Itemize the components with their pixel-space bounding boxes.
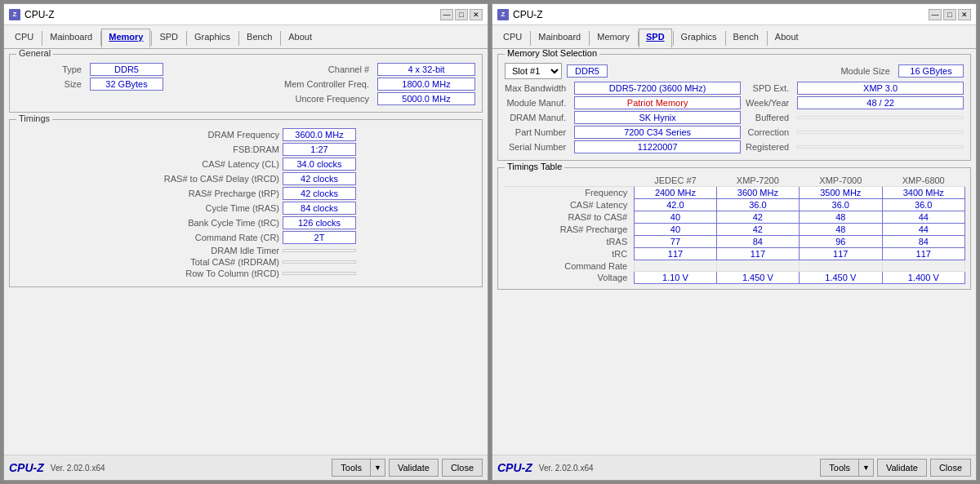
timing-row: DRAM Frequency3600.0 MHz — [16, 128, 475, 141]
timing-row-label: Command Rate (CR) — [136, 233, 283, 242]
table-cell-label: Voltage — [503, 272, 635, 284]
title-bar-left-1: Z CPU-Z — [9, 9, 55, 20]
timing-row-value: 42 clocks — [283, 187, 356, 200]
module-manuf-value: Patriot Memory — [574, 96, 741, 109]
timing-row-label: Row To Column (tRCD) — [136, 269, 283, 278]
minimize-button-2[interactable]: — — [929, 9, 942, 20]
tab-bench-2[interactable]: Bench — [726, 29, 766, 48]
table-cell-value — [800, 260, 882, 272]
timing-row-label: Total CAS# (tRDRAM) — [136, 257, 283, 267]
tools-btn-group-1: Tools ▼ — [332, 459, 385, 477]
timing-row: Row To Column (tRCD) — [16, 269, 475, 278]
table-cell-value: 48 — [800, 211, 882, 224]
tab-about-2[interactable]: About — [768, 29, 806, 48]
validate-button-1[interactable]: Validate — [389, 459, 439, 477]
window-title-1: CPU-Z — [24, 9, 55, 20]
table-cell-value: 36.0 — [716, 199, 799, 211]
timing-row: Cycle Time (tRAS)84 clocks — [16, 202, 475, 215]
tools-button-2[interactable]: Tools — [820, 459, 858, 477]
tab-about-1[interactable]: About — [281, 29, 319, 48]
close-footer-button-2[interactable]: Close — [930, 459, 971, 477]
module-size-value: 16 GBytes — [898, 64, 964, 78]
table-cell-value: 40 — [635, 224, 716, 236]
tab-graphics-2[interactable]: Graphics — [674, 29, 724, 48]
part-number-label: Part Number — [505, 127, 569, 137]
table-cell-value: 1.10 V — [635, 272, 716, 284]
window-memory: Z CPU-Z — □ ✕ CPU Mainboard Memory SPD G… — [3, 3, 488, 481]
close-button-2[interactable]: ✕ — [958, 9, 971, 20]
table-cell-label: Frequency — [503, 187, 635, 199]
timings-table-label: Timings Table — [505, 162, 564, 171]
table-header-row: JEDEC #7 XMP-7200 XMP-7000 XMP-6800 — [503, 175, 965, 187]
title-bar-2: Z CPU-Z — □ ✕ — [492, 4, 976, 25]
table-cell-value — [882, 260, 964, 272]
timings-label: Timings — [16, 113, 52, 123]
footer-logo-2: CPU-Z — [497, 461, 532, 474]
tab-memory-2[interactable]: Memory — [590, 29, 637, 48]
general-group: General Type DDR5 Channel # 4 x 32-bit S… — [9, 54, 483, 113]
size-value: 32 GBytes — [90, 78, 163, 91]
th-xmp6800: XMP-6800 — [882, 175, 964, 187]
tab-spd-2[interactable]: SPD — [639, 29, 672, 48]
uncore-value: 5000.0 MHz — [377, 92, 475, 105]
window-title-2: CPU-Z — [513, 9, 543, 20]
timing-row-value — [283, 260, 356, 264]
buffered-value — [797, 116, 964, 119]
validate-button-2[interactable]: Validate — [877, 459, 927, 477]
timing-row-value: 84 clocks — [283, 202, 356, 215]
tools-arrow-2[interactable]: ▼ — [858, 459, 874, 477]
timing-row: RAS# Precharge (tRP)42 clocks — [16, 187, 475, 200]
tab-bench-1[interactable]: Bench — [239, 29, 279, 48]
title-bar-left-2: Z CPU-Z — [497, 9, 543, 20]
table-cell-value: 1.450 V — [716, 272, 799, 284]
table-cell-value: 44 — [882, 224, 964, 236]
part-number-value: 7200 C34 Series — [574, 126, 741, 139]
dram-manuf-label: DRAM Manuf. — [505, 113, 569, 122]
close-button-1[interactable]: ✕ — [470, 9, 483, 20]
memctrl-value: 1800.0 MHz — [377, 78, 475, 91]
slot-dropdown[interactable]: Slot #1 — [505, 63, 562, 79]
channel-value: 4 x 32-bit — [377, 63, 475, 76]
minimize-button-1[interactable]: — — [440, 9, 453, 20]
timing-row: CAS# Latency (CL)34.0 clocks — [16, 158, 475, 171]
spd-ext-value: XMP 3.0 — [797, 82, 964, 95]
maximize-button-1[interactable]: □ — [455, 9, 468, 20]
tools-arrow-1[interactable]: ▼ — [370, 459, 385, 477]
serial-number-value: 11220007 — [574, 140, 741, 153]
table-cell-value: 117 — [882, 248, 964, 260]
max-bw-value: DDR5-7200 (3600 MHz) — [574, 82, 741, 95]
title-bar-1: Z CPU-Z — □ ✕ — [4, 4, 488, 25]
tab-mainboard-2[interactable]: Mainboard — [531, 29, 588, 48]
table-cell-value: 3600 MHz — [716, 187, 799, 199]
timing-row-value — [283, 272, 356, 275]
table-cell-value: 48 — [800, 224, 882, 236]
timing-row: FSB:DRAM1:27 — [16, 143, 475, 156]
timing-row-label: DRAM Idle Timer — [136, 246, 283, 255]
tab-graphics-1[interactable]: Graphics — [187, 29, 238, 48]
table-cell-value: 1.400 V — [882, 272, 964, 284]
table-cell-value: 44 — [882, 211, 964, 224]
th-xmp7000: XMP-7000 — [800, 175, 882, 187]
table-cell-label: RAS# to CAS# — [503, 211, 635, 224]
tab-mainboard-1[interactable]: Mainboard — [42, 29, 100, 48]
table-row: tRC117117117117 — [503, 248, 965, 260]
timing-row-value: 3600.0 MHz — [283, 128, 356, 141]
slot-selection-group: Memory Slot Selection Slot #1 DDR5 Modul… — [497, 54, 971, 161]
buffered-label: Buffered — [746, 113, 792, 122]
size-label: Size — [16, 79, 82, 89]
table-cell-value: 42 — [716, 224, 799, 236]
tab-cpu-1[interactable]: CPU — [7, 29, 41, 48]
week-year-value: 48 / 22 — [797, 96, 964, 109]
table-cell-label: RAS# Precharge — [503, 224, 635, 236]
tab-memory-1[interactable]: Memory — [101, 29, 150, 48]
close-footer-button-1[interactable]: Close — [442, 459, 483, 477]
tab-spd-1[interactable]: SPD — [152, 29, 185, 48]
tab-cpu-2[interactable]: CPU — [496, 29, 529, 48]
registered-label: Registered — [746, 142, 792, 152]
tools-button-1[interactable]: Tools — [332, 459, 370, 477]
uncore-label: Uncore Frequency — [284, 94, 369, 104]
maximize-button-2[interactable]: □ — [943, 9, 956, 20]
table-cell-value: 117 — [635, 248, 716, 260]
app-icon-1: Z — [9, 9, 20, 20]
timing-row-label: RAS# to CAS# Delay (tRCD) — [136, 174, 283, 184]
